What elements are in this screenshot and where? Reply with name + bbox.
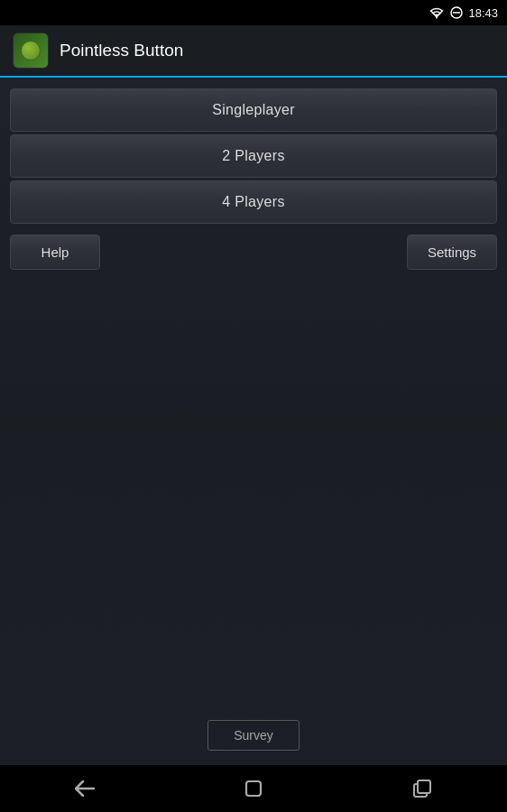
settings-button[interactable]: Settings — [407, 235, 497, 270]
app-title: Pointless Button — [60, 41, 183, 60]
nav-bar — [0, 765, 507, 812]
recents-nav-button[interactable] — [400, 770, 445, 807]
main-content: Singleplayer 2 Players 4 Players Help Se… — [0, 78, 507, 765]
singleplayer-button[interactable]: Singleplayer — [10, 88, 497, 132]
app-logo-inner — [14, 33, 48, 68]
recents-icon — [413, 780, 431, 798]
action-row: Help Settings — [10, 235, 497, 270]
svg-point-0 — [436, 16, 438, 18]
four-players-button[interactable]: 4 Players — [10, 180, 497, 224]
back-nav-button[interactable] — [62, 770, 107, 807]
home-icon — [244, 780, 263, 798]
status-time: 18:43 — [468, 6, 498, 20]
status-bar: 18:43 — [0, 0, 507, 25]
app-logo — [13, 32, 49, 69]
svg-rect-3 — [246, 781, 261, 796]
help-button[interactable]: Help — [10, 235, 100, 270]
survey-area: Survey — [10, 720, 497, 765]
two-players-button[interactable]: 2 Players — [10, 134, 497, 178]
survey-button[interactable]: Survey — [207, 720, 300, 751]
menu-buttons: Singleplayer 2 Players 4 Players — [10, 88, 497, 224]
app-bar: Pointless Button — [0, 25, 507, 78]
svg-rect-5 — [418, 780, 430, 793]
home-nav-button[interactable] — [231, 770, 276, 807]
wifi-icon — [429, 7, 445, 19]
status-icons: 18:43 — [429, 6, 498, 20]
blocked-icon — [450, 6, 463, 19]
empty-area — [10, 270, 497, 720]
back-icon — [75, 780, 95, 797]
